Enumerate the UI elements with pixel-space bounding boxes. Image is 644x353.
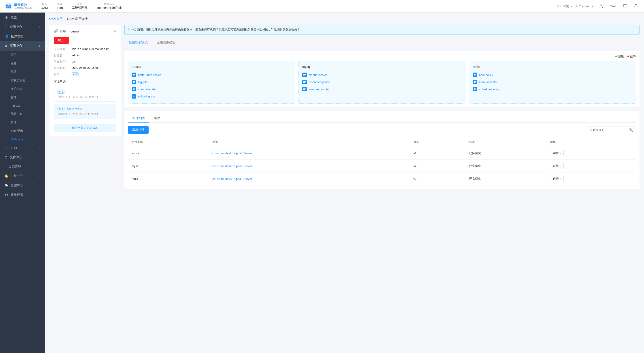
plugin-log-pilot[interactable]: log-pilot [132,78,291,86]
sidebar-item-delivery[interactable]: ◫ 交付中心 › [0,153,45,162]
plugin-manual-scaler-mysql[interactable]: manual-scaler [302,71,462,78]
datacenter-label: 数据中心 [104,3,114,6]
breadcrumb-current: OAM 应用详情 [67,17,88,21]
table-row: mysql core.oam.dev/v1alpha1.Server v2 已实… [128,160,636,172]
sidebar-sub-ingress[interactable]: Ingress [11,102,45,110]
sidebar-sub-yaml[interactable]: Yaml记录 [11,127,45,135]
chevron-right-icon-log: › [40,165,40,168]
plugin-resources-policy[interactable]: resources-policy [302,78,462,86]
app-name-row: 🔗 应用： demo ✎ [54,29,116,33]
type-link-tomcat[interactable]: core.oam.dev/v1alpha1.Server [212,152,252,155]
sidebar-item-monitor[interactable]: 📡 监控中心 › [0,181,45,190]
plugin-nginx-ingress[interactable]: nginx-ingress [132,93,291,100]
legend-healthy-label: 健康 [618,55,624,59]
sidebar-label-syssettings: 系统设置 [11,193,23,197]
svg-rect-36 [474,89,476,90]
plugin-icon-10 [473,87,477,91]
comp-title-tomcat: tomcat [132,65,291,69]
yaml-btn[interactable]: Yaml [608,3,618,10]
detail-button-redis[interactable]: 详情 ▾ [550,176,564,182]
svg-rect-4 [624,5,627,7]
sidebar-item-resource[interactable]: ☰ 资源中心 › [0,22,45,32]
plugin-better-auto-scaler[interactable]: better-auto-scaler [132,71,291,78]
plugin-volume-mounter[interactable]: volume-mounter [302,86,462,93]
edit-icon[interactable]: ✎ [114,30,116,33]
sidebar-sub-config[interactable]: 配置中心 [11,110,45,118]
user-value: admin [582,5,590,8]
content-area: OAM应用 / OAM 应用详情 🔗 应用： demo ✎ 终止 应用描述： [45,13,644,353]
plugin-label-nginx-ingress: nginx-ingress [138,95,155,98]
sidebar-sub-stateful[interactable]: 有状态部署 [11,76,45,85]
sidebar-item-syssettings[interactable]: ⚙ 系统设置 [0,190,45,200]
col-type: 类型 [209,137,410,147]
sidebar-item-appcenter[interactable]: ⚙ 应用中心 ∨ [0,41,45,51]
svg-rect-15 [133,89,134,90]
plugin-host-policy[interactable]: host-policy [473,71,632,78]
left-panel: 🔗 应用： demo ✎ 终止 应用描述： this is a simple d… [49,25,121,189]
legend-healthy: 健康 [615,55,624,59]
tab-instance-template[interactable]: 应用实例模板 [152,38,180,47]
sidebar-sub-storage[interactable]: 存储 [11,93,45,102]
sidebar-sub-oam[interactable]: OAM应用 [11,135,45,144]
sidebar-sub-app[interactable]: 应用 [11,51,45,59]
breadcrumb-parent[interactable]: OAM应用 [49,17,63,21]
sidebar-sub-service[interactable]: 服务 [11,59,45,68]
version-tag: v 2 [72,72,78,76]
svg-rect-17 [133,96,136,96]
plugin-icon-4 [132,94,136,99]
plugin-label-schedule-policy: schedule-policy [479,88,499,91]
row-name-mysql: mysql [128,160,209,172]
detail-button-tomcat[interactable]: 详情 ▾ [550,150,564,156]
zone-value: oam [72,60,77,64]
current-running-badge[interactable]: 当前运行版本 [66,107,82,111]
plugin-schedule-policy[interactable]: schedule-policy [473,86,632,93]
add-component-button[interactable]: 新增组件 [128,126,148,134]
bell-icon[interactable] [632,3,640,10]
type-link-mysql[interactable]: core.oam.dev/v1alpha1.Server [212,164,252,168]
sidebar-item-overview[interactable]: ⊙ 总览 [0,13,45,22]
svg-rect-30 [474,75,476,76]
version-list-section: 版本列表 v 1 创建时间： 2020-05-06 2 [54,80,116,119]
stop-button[interactable]: 终止 [54,37,69,44]
detail-button-mysql[interactable]: 详情 ▾ [550,163,564,169]
tenant-value: OAM [41,6,48,10]
svg-rect-25 [303,87,306,91]
tab-instance-state[interactable]: 应用实例状态 [124,38,152,47]
sidebar-label-monitor: 监控中心 [10,183,23,187]
svg-rect-11 [133,81,136,82]
type-link-redis[interactable]: core.oam.dev/v1alpha1.Server [212,177,252,181]
monitor-icon[interactable] [622,3,629,10]
plugin-manual-scaler-tomcat[interactable]: manual-scaler [132,86,291,93]
sidebar-item-log[interactable]: ≡ 日志管理 › [0,162,45,171]
save-version-button[interactable]: 保存当前内容为版本 [54,124,116,132]
zone-row: 所在分区： oam [54,60,116,64]
sidebar-item-cicd[interactable]: ⟳ CICD › [0,144,45,153]
datacenter-value: datacenter-default [96,6,122,10]
export-icon[interactable] [597,3,604,10]
comp-tab-list[interactable]: 组件列表 [128,115,150,123]
role-value: 系统管理员 [72,6,88,10]
right-panel: ⓘ ① 新增、编辑组件或应用编排后请先保存版本，若在未保存状态下跳转到至其它页面… [124,25,640,189]
lang-label: 语言 [557,5,562,8]
sidebar-sub-deploy[interactable]: 部署 [11,68,45,76]
search-input[interactable] [590,128,628,132]
svg-rect-35 [474,89,476,89]
plugin-label-manual-scaler-redis: manual-scaler [479,80,498,84]
user-label: 用户 [576,5,581,8]
resource-icon: ☰ [4,25,8,29]
row-type-mysql: core.oam.dev/v1alpha1.Server [209,160,410,172]
sidebar-label-alert: 告警中心 [10,174,23,178]
col-action: 操作 [546,137,636,147]
user-selector[interactable]: 用户 admin ▼ [576,5,594,8]
plugin-label-resources-policy: resources-policy [308,80,330,84]
plugin-manual-scaler-redis[interactable]: manual-scaler [473,78,632,86]
sidebar-sub-resource[interactable]: 资源 [11,118,45,127]
plugin-icon-1 [132,73,136,77]
comp-tab-events[interactable]: 事件 [150,115,165,123]
svg-rect-10 [132,80,136,84]
sidebar-item-alert[interactable]: 🔔 告警中心 › [0,171,45,181]
sidebar-sub-daemon[interactable]: 守护进程 [11,85,45,93]
chevron-right-icon: › [40,25,40,29]
lang-selector[interactable]: 语言 中文 ▼ [557,4,572,8]
sidebar-item-tenant[interactable]: 👤 租户管理 [0,32,45,41]
